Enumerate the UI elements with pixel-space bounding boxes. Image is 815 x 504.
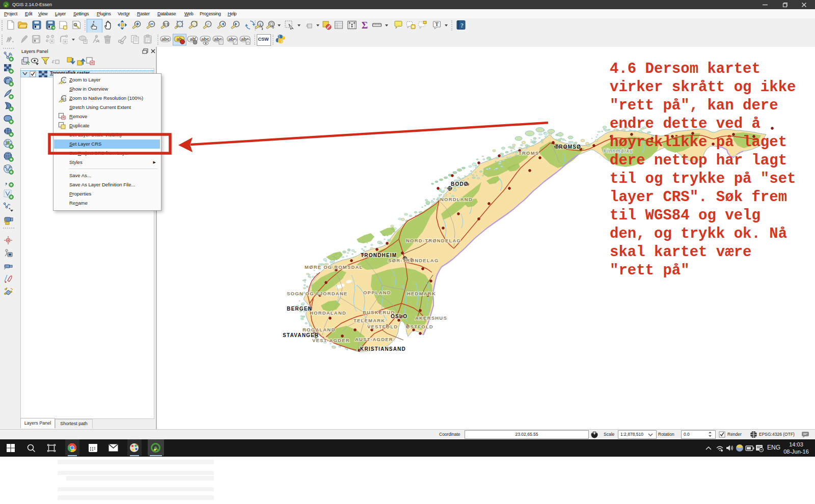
svg-text:BERGEN: BERGEN [287, 306, 312, 312]
svg-text:STAVANGER: STAVANGER [283, 332, 319, 338]
svg-text:TELEMARK: TELEMARK [354, 318, 385, 323]
svg-text:BUSKERUD: BUSKERUD [363, 310, 395, 315]
svg-text:1:1: 1:1 [164, 22, 169, 26]
svg-text:HEDMARK: HEDMARK [407, 291, 436, 296]
svg-text:ε: ε [52, 58, 55, 65]
svg-text:abc: abc [161, 37, 170, 42]
svg-text:?: ? [460, 22, 464, 29]
svg-text:1:1: 1:1 [62, 97, 66, 100]
svg-text:NORD-TRØNDELAG: NORD-TRØNDELAG [406, 238, 461, 243]
svg-text:VESTFOLD: VESTFOLD [367, 324, 398, 329]
svg-text:KRISTIANSAND: KRISTIANSAND [360, 346, 406, 352]
svg-text:abc: abc [201, 37, 209, 42]
svg-text:ROGALAND: ROGALAND [303, 327, 336, 332]
svg-text:AUST-AGDER: AUST-AGDER [355, 337, 393, 342]
svg-text:OSLO: OSLO [391, 314, 408, 319]
svg-text:,: , [5, 177, 7, 186]
svg-text:ØSTFOLD: ØSTFOLD [406, 324, 433, 329]
svg-text:TROMS: TROMS [519, 150, 539, 156]
svg-text:NORDLAND: NORDLAND [440, 197, 473, 202]
svg-text:*: * [9, 207, 11, 212]
svg-text:HORDALAND: HORDALAND [310, 310, 346, 316]
svg-text:SØR-TRØNDELAG: SØR-TRØNDELAG [388, 258, 439, 263]
svg-text:TROMSØ: TROMSØ [555, 144, 581, 150]
svg-text:BODØ: BODØ [451, 181, 469, 187]
svg-text:SOGN OG FJORDANE: SOGN OG FJORDANE [287, 291, 348, 296]
svg-text:OPPLAND: OPPLAND [363, 290, 391, 295]
svg-text:MØRE OG ROMSDAL: MØRE OG ROMSDAL [305, 264, 363, 270]
svg-text:TRONDHEIM: TRONDHEIM [361, 253, 397, 258]
svg-text:T: T [435, 21, 439, 27]
svg-text:Σ: Σ [362, 20, 368, 30]
svg-text:VEST-AGDER: VEST-AGDER [312, 338, 350, 343]
svg-text:AKERSHUS: AKERSHUS [415, 315, 447, 321]
